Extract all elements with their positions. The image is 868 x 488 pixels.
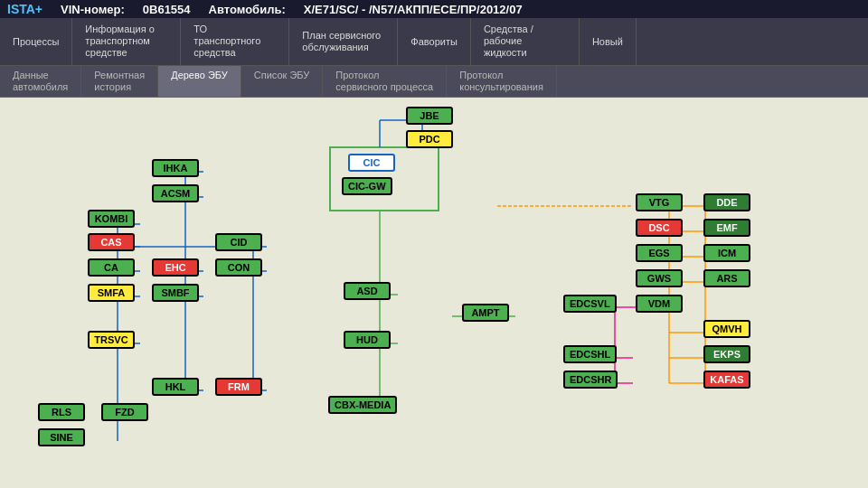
ecu-node-kafas[interactable]: KAFAS: [703, 371, 750, 389]
ecu-node-ampt[interactable]: AMPT: [462, 304, 509, 322]
ecu-node-vtg[interactable]: VTG: [636, 193, 683, 211]
ecu-node-ars[interactable]: ARS: [703, 269, 750, 287]
nav-item-processes[interactable]: Процессы: [0, 18, 72, 65]
ecu-node-con[interactable]: CON: [215, 258, 262, 277]
main-content: JBEPDCCICCIC-GWIHKAACSMKOMBICASCASMFATRS…: [0, 98, 868, 488]
nav-item-plan[interactable]: План сервисного обслуживания: [289, 18, 398, 65]
vin-value: 0B61554: [143, 3, 191, 16]
sub-nav-list[interactable]: Список ЭБУ: [241, 66, 324, 97]
ecu-node-hkl[interactable]: HKL: [152, 378, 199, 396]
ecu-node-cas[interactable]: CAS: [88, 233, 135, 251]
ecu-node-frm[interactable]: FRM: [215, 378, 262, 396]
ecu-node-emf[interactable]: EMF: [703, 219, 750, 237]
ecu-node-ihka[interactable]: IHKA: [152, 159, 199, 177]
ecu-node-rls[interactable]: RLS: [38, 403, 85, 421]
ecu-node-ca[interactable]: CA: [88, 258, 135, 277]
app-container: ISTA+ VIN-номер: 0B61554 Автомобиль: X/E…: [0, 0, 868, 488]
ecu-node-dde[interactable]: DDE: [703, 193, 750, 211]
ecu-node-icm[interactable]: ICM: [703, 244, 750, 262]
ecu-node-smfa[interactable]: SMFA: [88, 284, 135, 302]
car-value: X/E71/SC/ - /N57/АКПП/ЕСЕ/ПР/2012/07: [304, 3, 523, 16]
ecu-node-qmvh[interactable]: QMVH: [703, 320, 750, 338]
nav-item-fav[interactable]: Фавориты: [398, 18, 471, 65]
sub-nav-data[interactable]: Данныеавтомобиля: [0, 66, 81, 97]
ecu-node-ekps[interactable]: EKPS: [703, 345, 750, 363]
ecu-node-edcshr[interactable]: EDCSHR: [563, 371, 618, 389]
ecu-node-cbxmedia[interactable]: CBX-MEDIA: [328, 396, 397, 414]
nav-item-tools[interactable]: Средства / рабочие жидкости: [471, 18, 580, 65]
car-label: Автомобиль:: [209, 3, 286, 16]
nav-bar: Процессы Информация о транспортном средс…: [0, 18, 868, 66]
ecu-node-cid[interactable]: CID: [215, 233, 262, 251]
ecu-node-edcsvl[interactable]: EDCSVL: [563, 295, 617, 313]
nav-item-to[interactable]: ТО транспортного средства: [181, 18, 289, 65]
ecu-node-dsc[interactable]: DSC: [636, 219, 683, 237]
ecu-node-hud[interactable]: HUD: [344, 331, 391, 349]
ecu-node-sine[interactable]: SINE: [38, 428, 85, 446]
ecu-node-cicgw[interactable]: CIC-GW: [342, 177, 392, 195]
sub-nav-consult[interactable]: Протоколконсультирования: [447, 66, 557, 97]
ecu-node-cic[interactable]: CIC: [348, 154, 395, 172]
ecu-node-edcshl[interactable]: EDCSHL: [563, 345, 617, 363]
ecu-node-gws[interactable]: GWS: [636, 269, 683, 287]
ecu-node-vdm[interactable]: VDM: [636, 295, 683, 313]
sub-nav-tree[interactable]: Дерево ЭБУ: [158, 66, 241, 97]
ecu-node-jbe[interactable]: JBE: [406, 107, 453, 125]
app-title: ISTA+: [7, 2, 42, 16]
ecu-node-asd[interactable]: ASD: [344, 282, 391, 300]
ecu-node-fzd[interactable]: FZD: [101, 403, 148, 421]
ecu-node-egs[interactable]: EGS: [636, 244, 683, 262]
ecu-node-acsm[interactable]: ACSM: [152, 184, 199, 202]
sub-nav: Данныеавтомобиля Ремонтнаяистория Дерево…: [0, 66, 868, 98]
sub-nav-history[interactable]: Ремонтнаяистория: [81, 66, 158, 97]
ecu-node-ehc[interactable]: EHC: [152, 258, 199, 277]
ecu-node-kombi[interactable]: KOMBI: [88, 210, 135, 228]
nav-item-new[interactable]: Новый: [580, 18, 637, 65]
vin-label: VIN-номер:: [61, 3, 125, 16]
ecu-node-trsvc[interactable]: TRSVC: [88, 331, 135, 349]
ecu-node-pdc[interactable]: PDC: [406, 130, 453, 148]
title-bar: ISTA+ VIN-номер: 0B61554 Автомобиль: X/E…: [0, 0, 868, 18]
ecu-node-smbf[interactable]: SMBF: [152, 284, 199, 302]
sub-nav-protocol[interactable]: Протоколсервисного процесса: [323, 66, 447, 97]
nav-item-info[interactable]: Информация о транспортном средстве: [72, 18, 181, 65]
